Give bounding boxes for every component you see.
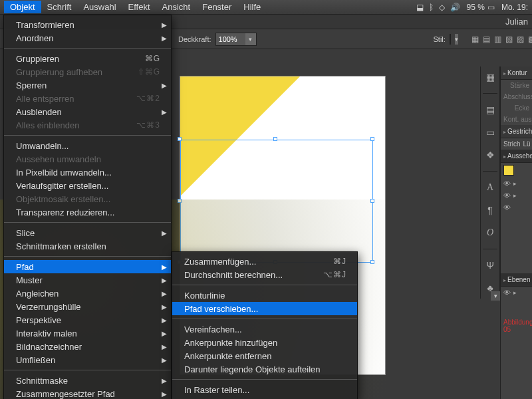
menu-item[interactable]: Zusammenfügen...⌘J xyxy=(172,255,357,268)
bluetooth-icon[interactable]: ᛒ xyxy=(429,3,434,12)
menu-item[interactable]: Perspektive▶ xyxy=(4,313,171,327)
eye-icon[interactable]: 👁 xyxy=(503,192,511,200)
eye-icon[interactable]: 👁 xyxy=(503,289,511,297)
menu-item-label: Objektmosaik erstellen... xyxy=(16,194,110,204)
selection-handle[interactable] xyxy=(178,199,182,203)
menu-shortcut: ⌥⌘3 xyxy=(136,120,160,130)
menubar-effekt[interactable]: Effekt xyxy=(122,1,156,13)
menu-item[interactable]: Umfließen▶ xyxy=(4,353,171,366)
battery-icon[interactable]: ▭ xyxy=(487,3,495,12)
menu-item[interactable]: Angleichen▶ xyxy=(4,287,171,300)
menu-item[interactable]: Ausblenden▶ xyxy=(4,105,171,118)
menu-item[interactable]: Verzerrungshülle▶ xyxy=(4,300,171,313)
menu-item-label: Perspektive xyxy=(16,315,61,325)
menu-item-label: Aussehen umwandeln xyxy=(16,154,101,164)
selection-handle[interactable] xyxy=(273,137,277,141)
symbols-icon[interactable]: ❖ xyxy=(483,148,497,162)
panel-gestrichelt-title[interactable]: Gestrich xyxy=(501,125,532,138)
menu-item[interactable]: Gruppieren⌘G xyxy=(4,52,171,65)
menu-shortcut: ⌥⌘2 xyxy=(136,94,160,103)
menu-item-label: Alle entsperren xyxy=(16,94,74,104)
menu-item[interactable]: Interaktiv malen▶ xyxy=(4,327,171,340)
opacity-combo[interactable]: ▾ xyxy=(215,33,257,46)
chevron-right-icon: ▶ xyxy=(162,390,167,398)
menu-item[interactable]: In Pixelbild umwandeln... xyxy=(4,166,171,179)
clock[interactable]: Mo. 19: xyxy=(501,3,528,12)
menu-item-label: Schnittmaske xyxy=(16,376,68,386)
menubar-fenster[interactable]: Fenster xyxy=(196,1,237,13)
swatches-icon[interactable]: ▤ xyxy=(483,103,497,116)
chevron-right-icon[interactable]: ▸ xyxy=(513,180,517,187)
paragraph-icon[interactable]: ¶ xyxy=(483,203,497,217)
wifi-icon[interactable]: ◇ xyxy=(439,3,445,12)
menu-item[interactable]: Pfad verschieben... xyxy=(172,302,357,315)
fill-swatch[interactable] xyxy=(503,165,514,176)
dropbox-icon[interactable]: ⬓ xyxy=(416,3,424,12)
menu-item[interactable]: Anordnen▶ xyxy=(4,31,171,45)
align-btn-2[interactable]: ▤ xyxy=(483,33,490,46)
menu-item[interactable]: Muster▶ xyxy=(4,273,171,287)
menubar-auswahl[interactable]: Auswahl xyxy=(77,1,122,13)
menu-item[interactable]: Durchschnitt berechnen...⌥⌘J xyxy=(172,268,357,281)
align-btn-1[interactable]: ▦ xyxy=(471,33,479,46)
chevron-down-icon[interactable]: ▾ xyxy=(455,34,458,45)
panel-aussehen-title[interactable]: Aussehen xyxy=(501,150,532,163)
selection-handle[interactable] xyxy=(370,260,374,264)
menu-item[interactable]: In Raster teilen... xyxy=(172,383,357,396)
menu-item[interactable]: Schnittmaske▶ xyxy=(4,374,171,387)
menu-item[interactable]: Pfad▶ xyxy=(4,260,171,273)
menubar-hilfe[interactable]: Hilfe xyxy=(237,1,267,13)
panel-label: Ecke xyxy=(501,102,532,114)
menubar-schrift[interactable]: Schrift xyxy=(41,1,78,13)
menu-item[interactable]: Ankerpunkte entfernen xyxy=(172,349,357,362)
selection-handle[interactable] xyxy=(370,137,374,141)
usb-icon[interactable]: Ψ xyxy=(483,259,497,272)
menu-item-label: Gruppierung aufheben xyxy=(16,67,102,77)
selection-handle[interactable] xyxy=(178,137,182,141)
selection-handle[interactable] xyxy=(370,199,374,203)
align-btn-5[interactable]: ▨ xyxy=(517,33,524,46)
menu-item[interactable]: Vereinfachen... xyxy=(172,323,357,336)
volume-icon[interactable]: 🔊 xyxy=(450,3,460,12)
align-btn-4[interactable]: ▧ xyxy=(505,33,513,46)
menu-item-label: Interaktiv malen xyxy=(16,329,77,338)
menu-item[interactable]: Konturlinie xyxy=(172,289,357,302)
chevron-right-icon: ▶ xyxy=(162,35,167,42)
menu-item-label: In Raster teilen... xyxy=(184,385,249,395)
menu-item[interactable]: Umwandeln... xyxy=(4,139,171,152)
menu-item[interactable]: Bildnachzeichner▶ xyxy=(4,340,171,353)
menu-item[interactable]: Slice▶ xyxy=(4,226,171,239)
menu-shortcut: ⌥⌘J xyxy=(323,270,346,279)
menu-item[interactable]: Darunter liegende Objekte aufteilen xyxy=(172,362,357,376)
chevron-down-icon[interactable]: ▾ xyxy=(245,33,256,45)
opacity-input[interactable] xyxy=(216,33,245,45)
eye-icon[interactable]: 👁 xyxy=(503,180,511,188)
chevron-right-icon: ▶ xyxy=(162,343,167,350)
style-swatch[interactable] xyxy=(450,34,451,45)
chevron-right-icon[interactable]: ▸ xyxy=(513,289,517,296)
panel-kontur-title[interactable]: Kontur xyxy=(501,66,532,80)
menu-item[interactable]: Transparenz reduzieren... xyxy=(4,205,171,219)
menu-item[interactable]: Zusammengesetzter Pfad▶ xyxy=(4,387,171,399)
menu-item[interactable]: Sperren▶ xyxy=(4,78,171,92)
menu-item[interactable]: Verlaufsgitter erstellen... xyxy=(4,179,171,192)
menu-item[interactable]: Ankerpunkte hinzufügen xyxy=(172,336,357,349)
menu-item-label: Schnittmarken erstellen xyxy=(16,241,106,251)
menubar-objekt[interactable]: Objekt xyxy=(4,1,41,13)
eye-icon[interactable]: 👁 xyxy=(503,203,511,211)
menubar-ansicht[interactable]: Ansicht xyxy=(156,1,197,13)
type-a-icon[interactable]: A xyxy=(483,181,497,194)
selection-bounds xyxy=(180,140,373,263)
opentype-icon[interactable]: O xyxy=(483,226,497,239)
grid-icon[interactable]: ▦ xyxy=(483,70,497,84)
align-btn-6[interactable]: ▩ xyxy=(528,33,532,46)
menu-item-label: Pfad verschieben... xyxy=(184,304,258,314)
brushes-icon[interactable]: ▭ xyxy=(483,126,497,139)
menu-item[interactable]: Transformieren▶ xyxy=(4,18,171,31)
chevron-right-icon[interactable]: ▸ xyxy=(513,192,517,199)
chevron-right-icon: ▶ xyxy=(162,21,167,29)
panel-ebenen-title[interactable]: Ebenen xyxy=(501,273,532,287)
align-btn-3[interactable]: ▥ xyxy=(494,33,501,46)
scroll-down-icon[interactable]: ▾ xyxy=(491,291,500,301)
menu-item[interactable]: Schnittmarken erstellen xyxy=(4,239,171,253)
